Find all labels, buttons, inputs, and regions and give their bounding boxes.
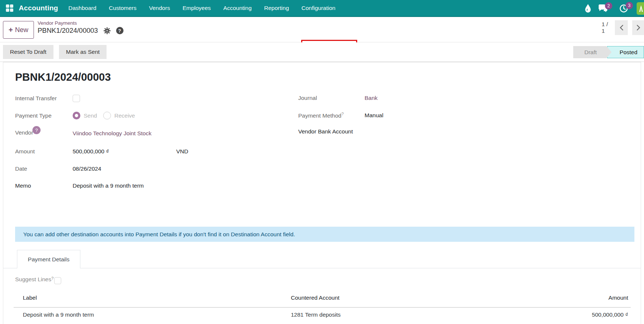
- new-button[interactable]: + New: [3, 21, 34, 39]
- pager: 1 / 1: [602, 20, 644, 35]
- cell-amount: 500,000,000 ₫: [592, 311, 628, 318]
- field-vendor-bank-account: Vendor Bank Account: [298, 128, 365, 135]
- nav-item-reporting[interactable]: Reporting: [264, 5, 289, 11]
- cell-label: Deposit with a 9 month term: [23, 311, 94, 318]
- internal-transfer-label: Internal Transfer: [15, 95, 73, 102]
- plus-icon: +: [8, 26, 13, 34]
- payment-method-value[interactable]: Manual: [365, 112, 383, 119]
- field-memo: Memo Deposit with a 9 month term: [15, 182, 144, 189]
- user-avatar[interactable]: [637, 2, 644, 15]
- journal-link[interactable]: Bank: [365, 95, 377, 101]
- form-sheet: PBNK1/2024/00003 Internal Transfer Payme…: [3, 62, 641, 324]
- top-navbar: Accounting Dashboard Customers Vendors E…: [0, 0, 644, 17]
- breadcrumb-current: PBNK1/2024/00003: [38, 27, 98, 35]
- column-header-label[interactable]: Label: [23, 295, 37, 301]
- breadcrumb: Vendor Payments PBNK1/2024/00003 ?: [38, 20, 123, 35]
- amount-label: Amount: [15, 148, 73, 155]
- currency-value[interactable]: VND: [176, 148, 188, 155]
- suggest-lines-checkbox[interactable]: [54, 277, 61, 284]
- payment-method-help-marker: ?: [341, 112, 344, 116]
- table-row[interactable]: Deposit with a 9 month term 1281 Term de…: [3, 311, 641, 324]
- nav-item-employees[interactable]: Employees: [182, 5, 211, 11]
- droplet-icon[interactable]: [584, 4, 592, 13]
- vendor-link[interactable]: Viindoo Technology Joint Stock: [73, 130, 152, 137]
- pager-count: 1 / 1: [602, 21, 610, 34]
- messages-icon[interactable]: 2: [598, 4, 608, 13]
- nav-item-vendors[interactable]: Vendors: [149, 5, 170, 11]
- apps-grid-icon[interactable]: [6, 4, 13, 12]
- app-title[interactable]: Accounting: [19, 4, 58, 12]
- info-banner: You can add other destination accounts i…: [15, 227, 634, 242]
- journal-label: Journal: [298, 95, 365, 101]
- payment-type-send-radio[interactable]: [73, 112, 80, 119]
- memo-value[interactable]: Deposit with a 9 month term: [73, 182, 144, 189]
- nav-item-configuration[interactable]: Configuration: [302, 5, 335, 11]
- nav-item-customers[interactable]: Customers: [109, 5, 136, 11]
- tab-bar-divider: [3, 268, 641, 268]
- reset-to-draft-button[interactable]: Reset To Draft: [3, 45, 53, 59]
- date-value[interactable]: 08/26/2024: [73, 166, 101, 172]
- field-suggest-lines: Suggest Lines?: [15, 276, 61, 284]
- next-page-button[interactable]: [632, 20, 644, 35]
- new-button-label: New: [15, 26, 28, 34]
- suggest-lines-label: Suggest Lines: [15, 276, 51, 283]
- amount-value[interactable]: 500,000,000 ₫: [73, 148, 109, 155]
- internal-transfer-checkbox[interactable]: [73, 95, 80, 102]
- vendor-bank-account-label: Vendor Bank Account: [298, 128, 365, 135]
- field-vendor: Vendor ? Viindoo Technology Joint Stock: [15, 129, 152, 137]
- messages-badge: 2: [605, 2, 612, 10]
- action-bar: Reset To Draft Mark as Sent Draft Posted: [0, 42, 644, 62]
- help-icon[interactable]: ?: [116, 27, 123, 34]
- nav-item-dashboard[interactable]: Dashboard: [69, 5, 97, 11]
- mark-as-sent-button[interactable]: Mark as Sent: [59, 45, 107, 59]
- column-header-amount[interactable]: Amount: [609, 295, 628, 301]
- payment-type-label: Payment Type: [15, 112, 73, 119]
- vendor-help-badge[interactable]: ?: [32, 126, 41, 134]
- main-menu: Dashboard Customers Vendors Employees Ac…: [69, 5, 335, 11]
- status-draft[interactable]: Draft: [573, 46, 612, 58]
- payment-method-label: Payment Method: [298, 112, 341, 119]
- nav-item-accounting[interactable]: Accounting: [223, 5, 252, 11]
- breadcrumb-parent[interactable]: Vendor Payments: [38, 20, 123, 26]
- field-date: Date 08/26/2024: [15, 166, 101, 172]
- payment-type-receive-label: Receive: [114, 112, 135, 119]
- payment-type-receive-radio[interactable]: [103, 112, 111, 119]
- field-journal: Journal Bank: [298, 95, 377, 101]
- status-bar: Draft Posted: [573, 46, 644, 58]
- activity-clock-icon[interactable]: 3: [619, 4, 628, 13]
- table-header-divider: [14, 307, 631, 308]
- field-amount: Amount 500,000,000 ₫ VND: [15, 148, 109, 155]
- status-posted[interactable]: Posted: [607, 46, 644, 58]
- vendor-label: Vendor: [15, 129, 33, 137]
- previous-page-button[interactable]: [615, 20, 627, 35]
- control-panel: + New Vendor Payments PBNK1/2024/00003 ?…: [0, 18, 644, 42]
- activity-badge: 3: [626, 2, 633, 9]
- payment-type-send-label: Send: [84, 112, 97, 119]
- column-header-countered-account[interactable]: Countered Account: [291, 295, 340, 301]
- suggest-lines-help-marker: ?: [51, 276, 53, 281]
- memo-label: Memo: [15, 182, 73, 189]
- field-payment-method: Payment Method? Manual: [298, 112, 383, 119]
- gear-icon[interactable]: [104, 27, 111, 34]
- tab-payment-details[interactable]: Payment Details: [17, 250, 80, 268]
- field-payment-type: Payment Type Send Receive: [15, 112, 135, 119]
- record-title: PBNK1/2024/00003: [15, 71, 111, 83]
- date-label: Date: [15, 166, 73, 172]
- field-internal-transfer: Internal Transfer: [15, 95, 80, 102]
- cell-countered-account: 1281 Term deposits: [291, 311, 341, 318]
